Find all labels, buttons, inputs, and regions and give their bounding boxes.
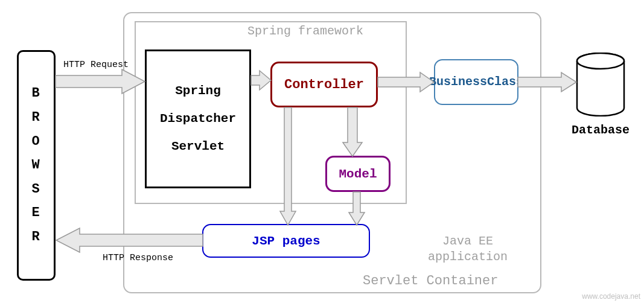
- http-request-label: HTTP Request: [63, 60, 129, 70]
- model-box: Model: [325, 156, 391, 192]
- browser-letter: O: [31, 130, 40, 154]
- browser-letter: R: [31, 225, 40, 249]
- arrow-controller-to-model: [342, 107, 363, 157]
- dispatcher-line: Servlet: [171, 133, 225, 161]
- svg-marker-2: [56, 69, 145, 94]
- java-ee-label: Java EE application: [426, 234, 510, 265]
- business-line1: Business: [429, 74, 487, 90]
- browser-letter: R: [31, 106, 40, 130]
- http-response-label: HTTP Response: [103, 253, 173, 263]
- jsp-pages-box: JSP pages: [202, 224, 370, 258]
- svg-marker-3: [251, 71, 271, 90]
- svg-marker-6: [343, 107, 362, 156]
- watermark-label: www.codejava.net: [582, 292, 640, 301]
- controller-box: Controller: [270, 62, 378, 107]
- browser-letter: W: [31, 153, 40, 177]
- arrow-model-to-jsp: [348, 192, 366, 226]
- svg-marker-9: [56, 228, 203, 252]
- spring-framework-label: Spring framework: [247, 24, 363, 38]
- dispatcher-line: Dispatcher: [160, 105, 236, 133]
- browser-box: B R O W S E R: [17, 50, 56, 281]
- business-class-box: Business Class: [434, 59, 518, 105]
- svg-marker-4: [378, 72, 434, 92]
- svg-marker-8: [280, 107, 296, 225]
- svg-marker-7: [349, 192, 365, 225]
- database-icon: [576, 53, 625, 116]
- arrow-browser-to-dispatcher: [56, 69, 146, 94]
- browser-letter: B: [31, 81, 40, 106]
- svg-point-1: [577, 53, 624, 69]
- model-label: Model: [339, 167, 377, 181]
- controller-label: Controller: [284, 77, 364, 92]
- dispatcher-line: Spring: [175, 77, 221, 105]
- database-label: Database: [567, 123, 634, 137]
- jsp-label: JSP pages: [252, 234, 320, 248]
- servlet-container-label: Servlet Container: [363, 273, 498, 289]
- arrow-controller-to-jsp: [279, 107, 297, 226]
- browser-letter: S: [31, 177, 40, 202]
- arrow-business-to-database: [518, 71, 577, 93]
- arrow-dispatcher-to-controller: [251, 69, 272, 91]
- arrow-controller-to-business: [378, 71, 435, 93]
- arrow-jsp-to-browser: [56, 228, 203, 252]
- dispatcher-servlet-box: Spring Dispatcher Servlet: [145, 49, 251, 188]
- browser-letter: E: [31, 201, 40, 225]
- svg-marker-5: [518, 72, 576, 92]
